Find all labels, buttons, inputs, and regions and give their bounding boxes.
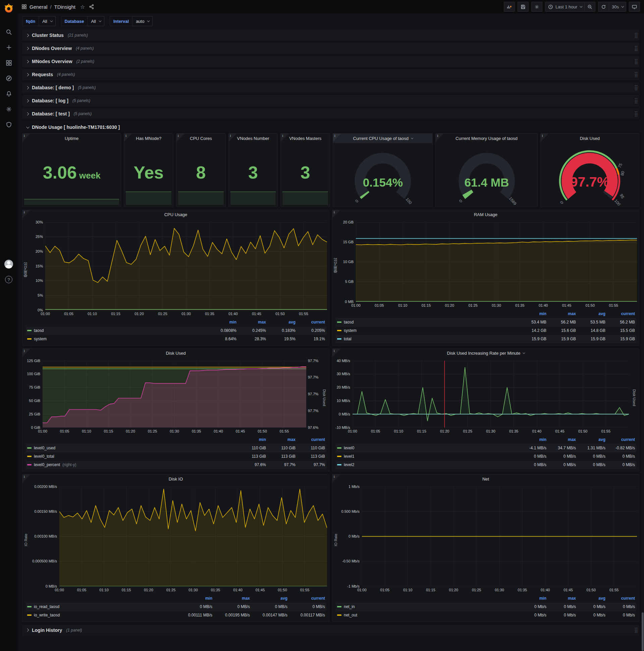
legend-series-name[interactable]: system bbox=[337, 328, 517, 333]
dashboards-icon[interactable] bbox=[0, 55, 18, 70]
panel-header[interactable]: Uptime bbox=[23, 133, 121, 143]
row-drag-handle[interactable]: ⣿ bbox=[634, 111, 637, 117]
dashboard-row[interactable]: Database: [ demo ](5 panels)⣿ bbox=[22, 82, 639, 93]
favorite-star-icon[interactable]: ☆ bbox=[80, 4, 85, 10]
alerting-icon[interactable] bbox=[0, 86, 18, 101]
info-icon[interactable]: i bbox=[542, 134, 543, 137]
legend-header-avg[interactable]: avg bbox=[576, 311, 605, 316]
legend-series-name[interactable]: level0_total bbox=[27, 454, 236, 459]
row-drag-handle[interactable]: ⣿ bbox=[634, 45, 637, 51]
panel-header[interactable]: Disk IO bbox=[23, 474, 329, 484]
panel-header[interactable]: Current CPU Usage of taosd bbox=[333, 133, 432, 143]
panel-header[interactable]: CPU Usage bbox=[23, 210, 329, 219]
info-icon[interactable]: i bbox=[24, 349, 25, 353]
legend-series-name[interactable]: level2 bbox=[337, 462, 517, 467]
dashboard-row[interactable]: Requests(4 panels)⣿ bbox=[22, 69, 639, 80]
dashboard-row[interactable]: Database: [ log ](5 panels)⣿ bbox=[22, 95, 639, 106]
legend-header-current[interactable]: current bbox=[295, 437, 325, 442]
legend-header-avg[interactable]: avg bbox=[576, 437, 605, 442]
legend-series-name[interactable]: taosd bbox=[337, 320, 517, 324]
grafana-logo[interactable] bbox=[3, 3, 14, 14]
legend-series-name[interactable]: net_in bbox=[337, 604, 517, 609]
panel-header[interactable]: Current Memory Usage of taosd bbox=[436, 133, 537, 143]
plot-area[interactable] bbox=[59, 487, 327, 586]
info-icon[interactable]: i bbox=[334, 349, 335, 353]
row-drag-handle[interactable]: ⣿ bbox=[634, 32, 637, 38]
dashboard-row[interactable]: Cluster Status(21 panels)⣿ bbox=[22, 30, 639, 41]
info-icon[interactable]: i bbox=[282, 134, 283, 137]
legend-header-current[interactable]: current bbox=[287, 596, 325, 601]
panel-header[interactable]: Disk Used Increasing Rate per Minute bbox=[332, 349, 639, 358]
legend-series-name[interactable]: level0_percent (right-y) bbox=[27, 462, 236, 467]
explore-icon[interactable] bbox=[0, 70, 18, 86]
refresh-interval-picker[interactable]: 30s bbox=[609, 2, 626, 12]
legend-header-current[interactable]: current bbox=[605, 437, 635, 442]
legend-header-current[interactable]: current bbox=[295, 320, 325, 324]
panel-header[interactable]: Net bbox=[332, 474, 639, 484]
legend-header-min[interactable]: min bbox=[175, 596, 212, 601]
variable-value-dropdown[interactable]: All bbox=[39, 16, 55, 26]
row-drag-handle[interactable]: ⣿ bbox=[634, 98, 637, 104]
info-icon[interactable]: i bbox=[334, 134, 335, 137]
info-icon[interactable]: i bbox=[334, 210, 335, 214]
legend-header-min[interactable]: min bbox=[517, 596, 546, 601]
zoom-out-time-button[interactable] bbox=[584, 2, 595, 12]
breadcrumb-section[interactable]: General bbox=[30, 4, 47, 10]
legend-series-name[interactable]: system bbox=[27, 337, 207, 341]
legend-header-min[interactable]: min bbox=[207, 320, 236, 324]
variable-value-dropdown[interactable]: All bbox=[88, 16, 104, 26]
panel-header[interactable]: Disk Used bbox=[541, 133, 639, 143]
row-drag-handle[interactable]: ⣿ bbox=[634, 627, 637, 633]
plot-area[interactable] bbox=[356, 222, 637, 302]
configuration-icon[interactable] bbox=[0, 101, 18, 117]
legend-header-min[interactable]: min bbox=[236, 437, 266, 442]
row-drag-handle[interactable]: ⣿ bbox=[634, 58, 637, 64]
cycle-view-mode-button[interactable] bbox=[629, 2, 640, 12]
page-scrollbar[interactable] bbox=[642, 612, 644, 651]
legend-series-name[interactable]: level0 bbox=[337, 446, 517, 450]
legend-header-max[interactable]: max bbox=[546, 596, 576, 601]
legend-header-max[interactable]: max bbox=[212, 596, 250, 601]
legend-header-avg[interactable]: avg bbox=[576, 596, 605, 601]
plot-area[interactable] bbox=[45, 222, 327, 310]
info-icon[interactable]: i bbox=[24, 475, 25, 478]
info-icon[interactable]: i bbox=[230, 134, 231, 137]
legend-header-current[interactable]: current bbox=[605, 596, 635, 601]
add-panel-button[interactable] bbox=[504, 2, 515, 12]
row-dnode-usage[interactable]: DNode Usage [ huolinhe-TM1701:6030 ] bbox=[22, 121, 639, 133]
plot-area[interactable] bbox=[353, 361, 629, 428]
panel-header[interactable]: Disk Used bbox=[23, 349, 329, 358]
info-icon[interactable]: i bbox=[24, 134, 25, 137]
legend-header-avg[interactable]: avg bbox=[266, 320, 295, 324]
server-admin-icon[interactable] bbox=[0, 117, 18, 132]
legend-series-name[interactable]: net_out bbox=[337, 613, 517, 617]
legend-series-name[interactable]: taosd bbox=[27, 328, 207, 333]
help-icon[interactable]: ? bbox=[0, 272, 18, 287]
panel-header[interactable]: RAM Usage bbox=[332, 210, 639, 219]
legend-header-min[interactable]: min bbox=[517, 311, 546, 316]
refresh-button[interactable] bbox=[598, 2, 609, 12]
info-icon[interactable]: i bbox=[334, 475, 335, 478]
plot-area[interactable] bbox=[42, 361, 306, 428]
breadcrumb-page[interactable]: TDinsight bbox=[54, 4, 75, 10]
info-icon[interactable]: i bbox=[178, 134, 179, 137]
legend-header-max[interactable]: max bbox=[266, 437, 295, 442]
legend-header-max[interactable]: max bbox=[546, 437, 576, 442]
variable-label[interactable]: fqdn bbox=[22, 16, 39, 26]
legend-series-name[interactable]: io_write_taosd bbox=[27, 613, 175, 617]
legend-series-name[interactable]: level0_used bbox=[27, 446, 236, 450]
row-drag-handle[interactable]: ⣿ bbox=[634, 85, 637, 91]
variable-label[interactable]: Interval bbox=[110, 16, 132, 26]
variable-value-dropdown[interactable]: auto bbox=[132, 16, 153, 26]
dashboard-row[interactable]: DNodes Overview(4 panels)⣿ bbox=[22, 42, 639, 54]
legend-header-avg[interactable]: avg bbox=[250, 596, 287, 601]
row-drag-handle[interactable]: ⣿ bbox=[634, 71, 637, 78]
share-icon[interactable] bbox=[89, 4, 94, 9]
create-icon[interactable] bbox=[0, 40, 18, 55]
legend-header-min[interactable]: min bbox=[517, 437, 546, 442]
save-dashboard-button[interactable] bbox=[518, 2, 528, 12]
info-icon[interactable]: i bbox=[437, 134, 438, 137]
legend-header-max[interactable]: max bbox=[236, 320, 266, 324]
time-range-picker[interactable]: Last 1 hour bbox=[545, 2, 584, 12]
dashboard-row[interactable]: Login History(1 panel)⣿ bbox=[22, 624, 639, 636]
